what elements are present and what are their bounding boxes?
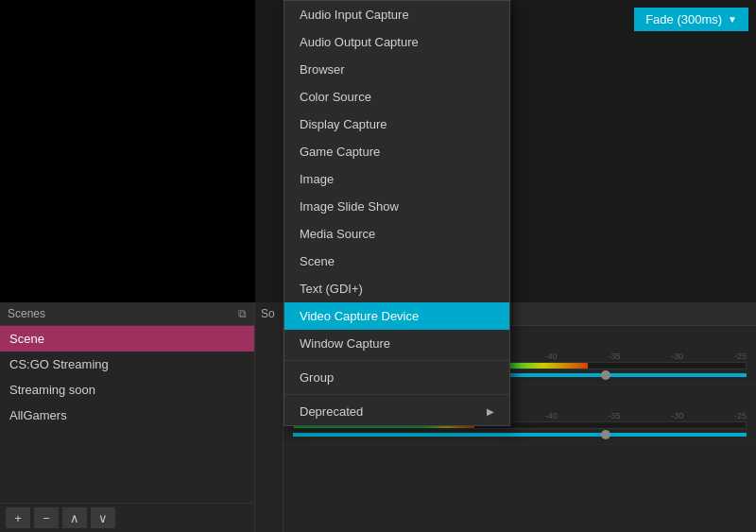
submenu-arrow-icon: ▶ — [487, 406, 494, 417]
add-source-menu: Audio Input Capture Audio Output Capture… — [284, 0, 510, 426]
menu-item-browser[interactable]: Browser — [284, 56, 509, 83]
menu-item-image-slide-show[interactable]: Image Slide Show — [284, 193, 509, 220]
menu-item-scene[interactable]: Scene — [284, 248, 509, 275]
menu-item-color-source[interactable]: Color Source — [284, 83, 509, 111]
menu-item-audio-output-capture[interactable]: Audio Output Capture — [284, 28, 509, 56]
menu-item-image[interactable]: Image — [284, 165, 509, 193]
dropdown-overlay: Audio Input Capture Audio Output Capture… — [0, 0, 756, 532]
menu-item-window-capture[interactable]: Window Capture — [284, 330, 509, 357]
menu-separator-2 — [284, 394, 509, 395]
menu-item-video-capture-device[interactable]: Video Capture Device — [284, 302, 509, 330]
menu-item-deprecated[interactable]: Deprecated ▶ — [284, 398, 509, 425]
menu-item-group[interactable]: Group — [284, 364, 509, 391]
menu-item-text-gdi[interactable]: Text (GDI+) — [284, 275, 509, 302]
menu-item-game-capture[interactable]: Game Capture — [284, 138, 509, 165]
menu-item-audio-input-capture[interactable]: Audio Input Capture — [284, 1, 509, 28]
menu-item-media-source[interactable]: Media Source — [284, 220, 509, 248]
menu-separator-1 — [284, 360, 509, 361]
menu-item-display-capture[interactable]: Display Capture — [284, 111, 509, 138]
